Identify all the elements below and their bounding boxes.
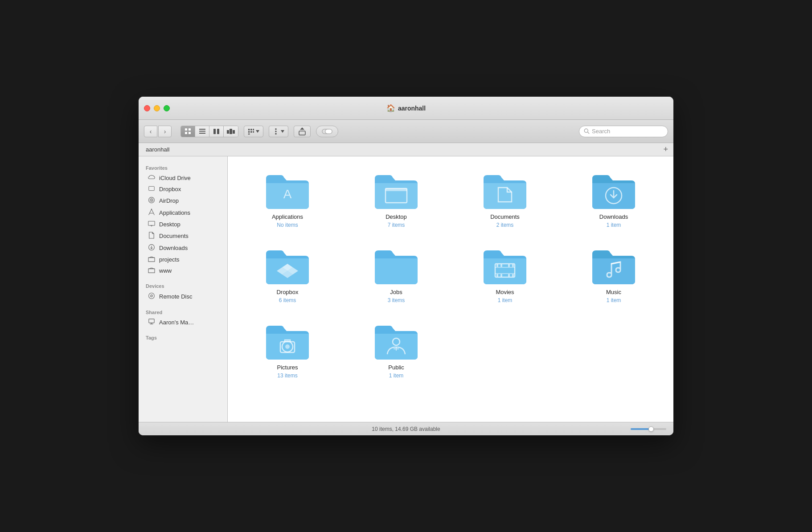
svg-rect-55 [500,274,502,277]
file-area: A Applications No items [228,156,673,422]
projects-icon [148,256,156,263]
statusbar: 10 items, 14.69 GB available [139,422,673,435]
file-count-dropbox: 6 items [279,297,296,303]
sidebar-item-remote-disc[interactable]: Remote Disc [140,291,226,303]
file-count-desktop: 7 items [388,222,405,228]
column-view-button[interactable] [209,126,224,137]
folder-icon-movies [483,246,527,285]
svg-rect-56 [508,274,510,277]
folder-icon-jobs [374,246,418,285]
file-name-dropbox: Dropbox [276,289,298,295]
back-button[interactable]: ‹ [144,126,157,137]
svg-rect-54 [496,274,498,277]
search-box[interactable]: Search [579,126,668,137]
svg-rect-6 [199,133,205,134]
svg-rect-18 [248,133,250,135]
minimize-button[interactable] [154,105,160,111]
file-item-dropbox[interactable]: Dropbox 6 items [237,242,338,307]
sidebar-item-desktop[interactable]: Desktop [140,219,226,230]
window-title: aaronhall [398,105,426,112]
home-icon: 🏠 [386,104,395,112]
file-name-downloads: Downloads [599,213,628,220]
file-grid: A Applications No items [237,167,664,382]
add-tab-button[interactable]: + [663,145,668,154]
svg-rect-1 [189,128,191,131]
icon-view-button[interactable] [181,126,195,137]
sidebar-item-label-remote-disc: Remote Disc [159,293,192,300]
file-item-music[interactable]: Music 1 item [563,242,664,307]
sidebar-item-icloud-drive[interactable]: iCloud Drive [140,172,226,184]
file-count-pictures: 13 items [277,372,297,379]
file-item-movies[interactable]: Movies 1 item [454,242,556,307]
file-count-movies: 1 item [498,297,513,303]
close-button[interactable] [144,105,150,111]
search-placeholder: Search [592,128,610,135]
cover-flow-button[interactable] [224,126,238,137]
share-button[interactable] [294,126,311,137]
file-item-jobs[interactable]: Jobs 3 items [345,242,447,307]
file-item-pictures[interactable]: Pictures 13 items [237,318,338,382]
folder-icon-applications: A [265,171,310,210]
zoom-thumb[interactable] [648,426,654,432]
sidebar-item-label-documents: Documents [159,233,189,239]
sidebar-item-airdrop[interactable]: AirDrop [140,195,226,207]
forward-button[interactable]: › [158,126,172,137]
file-item-applications[interactable]: A Applications No items [237,167,338,232]
svg-rect-2 [185,132,187,134]
svg-rect-12 [248,128,250,130]
svg-point-30 [151,200,152,201]
folder-icon-dropbox [265,246,310,285]
nav-buttons: ‹ › [144,126,172,137]
shared-section-title: Shared [139,306,227,317]
main-area: Favorites iCloud Drive Dropbox [139,156,673,422]
desktop-icon [148,221,156,228]
remote-disc-icon [148,292,156,301]
sidebar-item-label-aarons-mac: Aaron's Ma… [159,319,194,326]
sidebar-item-label-downloads: Downloads [159,245,188,251]
file-item-documents[interactable]: Documents 2 items [454,167,556,232]
file-count-documents: 2 items [496,222,514,228]
action-button[interactable] [269,126,288,137]
devices-section-title: Devices [139,280,227,291]
svg-rect-8 [217,129,219,134]
svg-rect-10 [230,129,232,134]
file-count-downloads: 1 item [607,222,621,228]
downloads-icon [148,244,156,252]
sidebar-item-projects[interactable]: projects [140,254,226,265]
svg-rect-39 [149,319,154,323]
sidebar-item-label-applications: Applications [159,209,190,216]
maximize-button[interactable] [164,105,170,111]
file-name-movies: Movies [496,289,514,295]
file-name-public: Public [388,364,404,371]
file-name-music: Music [606,289,621,295]
tag-button[interactable] [316,126,338,137]
sidebar-item-documents[interactable]: Documents [140,230,226,242]
sidebar-item-dropbox[interactable]: Dropbox [140,184,226,195]
sidebar-item-downloads[interactable]: Downloads [140,242,226,254]
zoom-control[interactable] [631,428,666,430]
svg-rect-27 [149,186,154,190]
file-name-applications: Applications [272,213,303,220]
folder-icon-downloads [591,171,636,210]
toolbar: ‹ › [139,120,673,143]
arrange-button[interactable] [244,126,263,137]
svg-point-21 [275,133,277,135]
tags-section-title: Tags [139,331,227,342]
svg-rect-7 [213,129,216,134]
svg-rect-14 [253,128,254,130]
pathbar-title: aaronhall [146,146,170,153]
file-item-downloads[interactable]: Downloads 1 item [563,167,664,232]
svg-rect-0 [185,128,187,131]
list-view-button[interactable] [195,126,209,137]
file-item-public[interactable]: Public 1 item [345,318,447,382]
sidebar-item-www[interactable]: www [140,265,226,276]
svg-rect-4 [199,129,205,130]
pathbar: aaronhall + [139,143,673,156]
sidebar-item-applications[interactable]: Applications [140,207,226,219]
dropbox-icon [148,185,156,193]
file-item-desktop[interactable]: Desktop 7 items [345,167,447,232]
sidebar-item-label-projects: projects [159,256,180,263]
svg-rect-32 [148,221,155,225]
folder-icon-public [374,321,418,360]
sidebar-item-aarons-mac[interactable]: Aaron's Ma… [140,317,226,328]
